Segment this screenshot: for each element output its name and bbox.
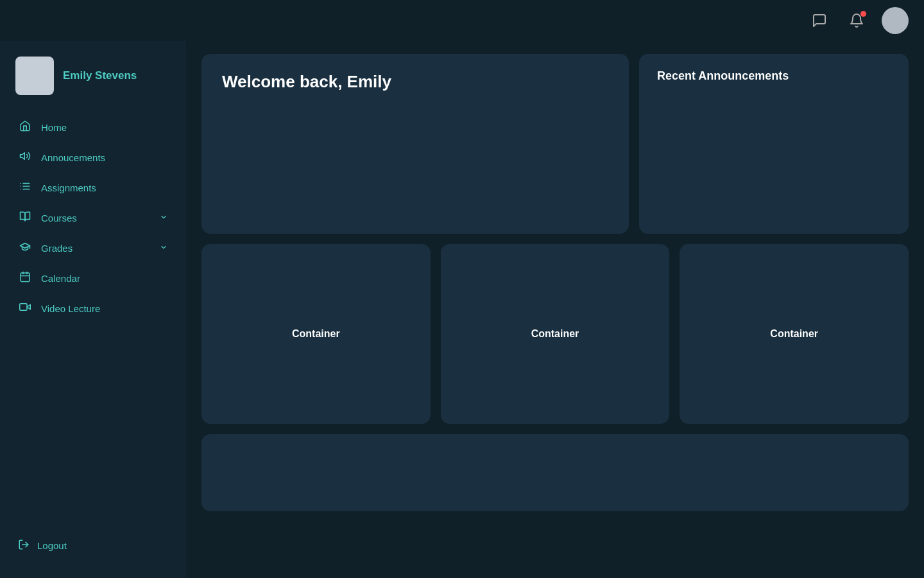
content-inner: Welcome back, Emily Recent Announcements… [201,41,909,511]
sidebar-item-video-lecture-label: Video Lecture [41,303,100,314]
sidebar-item-courses-label: Courses [41,213,77,223]
container-card-3: Container [680,244,909,424]
sidebar-item-home-label: Home [41,122,67,133]
middle-row: Container Container Container [201,244,909,424]
home-icon [18,120,32,135]
container-card-2: Container [441,244,670,424]
svg-rect-12 [20,304,27,311]
courses-chevron-icon [159,213,168,223]
video-lecture-icon [18,301,32,316]
main-content: Welcome back, Emily Recent Announcements… [186,0,924,578]
svg-rect-7 [21,273,30,282]
sidebar-item-calendar[interactable]: Calendar [8,264,178,293]
assignments-icon [18,180,32,195]
sidebar-item-courses[interactable]: Courses [8,204,178,232]
logout-label: Logout [37,540,67,551]
notification-badge [860,11,866,17]
grades-icon [18,241,32,256]
sidebar-item-grades-label: Grades [41,243,73,254]
chat-icon[interactable] [807,8,832,33]
top-row: Welcome back, Emily Recent Announcements [201,54,909,234]
user-avatar [15,57,54,95]
bottom-row [201,434,909,511]
container-label-3: Container [770,328,818,340]
logout-icon [18,539,30,552]
sidebar-item-calendar-label: Calendar [41,273,80,284]
sidebar-item-video-lecture[interactable]: Video Lecture [8,294,178,323]
container-label-2: Container [531,328,579,340]
sidebar-footer: Logout [0,523,186,578]
logout-button[interactable]: Logout [15,534,171,557]
announcements-card: Recent Announcements [639,54,909,234]
sidebar-item-assignments-label: Assignments [41,182,96,193]
sidebar-item-assignments[interactable]: Assignments [8,173,178,202]
announcements-title: Recent Announcements [657,69,891,83]
nav-menu: Home Annoucements Assignments Courses [0,113,186,523]
user-profile-section: Emily Stevens [0,46,186,113]
bell-icon[interactable] [844,8,869,33]
container-card-1: Container [201,244,431,424]
welcome-card: Welcome back, Emily [201,54,629,234]
sidebar-item-home[interactable]: Home [8,113,178,142]
topbar [0,0,924,41]
sidebar-item-announcements[interactable]: Annoucements [8,143,178,172]
svg-marker-0 [21,153,25,160]
svg-marker-11 [27,304,30,310]
announcements-icon [18,150,32,165]
container-label-1: Container [292,328,340,340]
courses-icon [18,211,32,225]
welcome-title: Welcome back, Emily [222,72,608,92]
sidebar-item-announcements-label: Annoucements [41,152,105,163]
user-avatar-topbar[interactable] [882,7,909,34]
sidebar: Emily Stevens Home Annoucements Assignme… [0,0,186,578]
calendar-icon [18,271,32,286]
grades-chevron-icon [159,243,168,254]
sidebar-item-grades[interactable]: Grades [8,234,178,263]
user-name: Emily Stevens [63,69,137,82]
